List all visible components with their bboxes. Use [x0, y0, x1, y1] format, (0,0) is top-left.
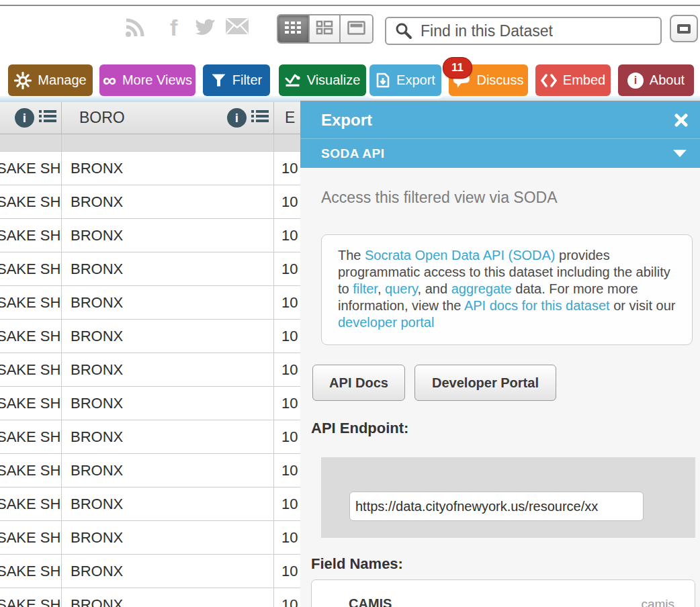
table-view-button[interactable]	[278, 15, 310, 42]
developer-portal-link[interactable]: developer portal	[338, 315, 434, 330]
column-info-icon[interactable]: i	[227, 108, 247, 128]
table-row: SAKE SH BRONX 10	[0, 588, 316, 607]
soda-subtitle: Access this filtered view via SODA	[321, 189, 558, 207]
about-button[interactable]: i About	[618, 64, 694, 96]
export-icon	[376, 73, 390, 88]
chart-icon	[285, 73, 301, 87]
view-toggle	[277, 14, 374, 44]
field-names-label: Field Names:	[311, 555, 403, 573]
column-info-icon[interactable]: i	[15, 108, 34, 128]
card-view-button[interactable]	[310, 15, 341, 42]
email-share-button[interactable]	[225, 17, 249, 35]
cell-name: SAKE SH	[0, 353, 60, 386]
cell-boro[interactable]: BRONX	[62, 185, 274, 219]
table-row: SAKE SH BRONX 10	[0, 185, 316, 219]
twitter-icon	[193, 17, 215, 36]
cell-boro[interactable]: BRONX	[62, 152, 274, 185]
facebook-share-button[interactable]: f	[170, 17, 177, 38]
export-panel-header: Export	[300, 101, 700, 138]
search-icon	[395, 22, 412, 40]
maximize-icon	[677, 24, 691, 34]
cell-name: SAKE SH	[0, 219, 60, 252]
dataset-search	[385, 17, 662, 45]
cell-name: SAKE SH	[0, 152, 60, 185]
table-row: SAKE SH BRONX 10	[0, 387, 316, 420]
top-divider	[0, 5, 700, 6]
soda-api-link[interactable]: Socrata Open Data API (SODA)	[365, 248, 555, 263]
cell-boro[interactable]: BRONX	[62, 219, 274, 252]
filter-button[interactable]: Filter	[203, 64, 270, 96]
developer-portal-button[interactable]: Developer Portal	[414, 365, 556, 401]
close-icon[interactable]	[674, 113, 688, 127]
column-header-1[interactable]: i	[0, 102, 62, 134]
cell-name: SAKE SH	[0, 555, 60, 588]
cell-boro[interactable]: BRONX	[62, 588, 274, 607]
cell-name: SAKE SH	[0, 387, 60, 420]
cell-boro[interactable]: BRONX	[62, 320, 274, 353]
filter-link[interactable]: filter	[353, 281, 378, 296]
more-views-button[interactable]: ∞ More Views	[99, 64, 195, 96]
table-row: SAKE SH BRONX 10	[0, 353, 316, 387]
column-menu-icon[interactable]	[251, 109, 269, 128]
data-grid: i BORO i E	[0, 102, 316, 607]
page-view-icon	[347, 21, 365, 38]
table-row: SAKE SH BRONX 10	[0, 454, 316, 487]
column-header-boro[interactable]: BORO i	[62, 102, 274, 134]
export-button[interactable]: Export	[369, 64, 441, 96]
search-input[interactable]	[419, 21, 660, 41]
rss-share-button[interactable]	[125, 17, 146, 38]
field-name: CAMIS	[349, 596, 641, 607]
soda-api-section-toggle[interactable]: SODA API	[300, 138, 700, 168]
cell-name: SAKE SH	[0, 588, 60, 607]
cell-boro[interactable]: BRONX	[62, 555, 274, 588]
column-menu-icon[interactable]	[39, 109, 56, 128]
table-view-icon	[284, 21, 302, 37]
facebook-icon: f	[170, 17, 177, 38]
fullscreen-button[interactable]	[670, 15, 698, 42]
query-link[interactable]: query	[385, 281, 418, 296]
visualize-label: Visualize	[307, 73, 361, 88]
twitter-share-button[interactable]	[193, 17, 215, 36]
soda-description: The Socrata Open Data API (SODA) provide…	[321, 234, 693, 345]
embed-button[interactable]: Embed	[535, 64, 611, 96]
visualize-button[interactable]: Export Visualize	[279, 64, 366, 96]
manage-label: Manage	[38, 73, 86, 88]
table-row: SAKE SH BRONX 10	[0, 252, 316, 286]
field-list: CAMIS camis	[312, 580, 695, 607]
field-names-box: CAMIS camis	[311, 579, 695, 607]
email-icon	[225, 17, 249, 35]
api-docs-link[interactable]: API docs for this dataset	[464, 298, 610, 313]
cell-boro[interactable]: BRONX	[62, 420, 274, 454]
table-row: SAKE SH BRONX 10	[0, 286, 316, 320]
rss-icon	[125, 17, 146, 38]
table-row: SAKE SH BRONX 10	[0, 521, 316, 555]
table-row: SAKE SH BRONX 10	[0, 219, 316, 252]
api-docs-button[interactable]: API Docs	[312, 365, 405, 401]
aggregate-link[interactable]: aggregate	[451, 281, 512, 296]
cell-name: SAKE SH	[0, 420, 60, 453]
code-brackets-icon	[541, 74, 557, 87]
cell-boro[interactable]: BRONX	[62, 387, 274, 420]
table-row: SAKE SH BRONX 10	[0, 320, 316, 353]
funnel-icon	[211, 73, 226, 87]
page-view-button[interactable]	[341, 15, 372, 42]
table-body: SAKE SH BRONX 10 SAKE SH BRONX 10 SAKE S…	[0, 152, 316, 607]
grid-blank-row	[0, 134, 316, 152]
export-panel-title: Export	[321, 111, 674, 130]
api-endpoint-box	[321, 457, 695, 538]
export-panel: Export SODA API Access this filtered vie…	[300, 101, 700, 607]
cell-boro[interactable]: BRONX	[62, 252, 274, 286]
cell-boro[interactable]: BRONX	[62, 521, 274, 555]
cell-boro[interactable]: BRONX	[62, 454, 274, 487]
chevron-down-icon	[673, 150, 687, 157]
cell-boro[interactable]: BRONX	[62, 286, 274, 320]
filter-label: Filter	[232, 73, 262, 88]
api-endpoint-input[interactable]	[349, 492, 644, 521]
cell-name: SAKE SH	[0, 487, 60, 520]
cell-boro[interactable]: BRONX	[62, 353, 274, 387]
cell-boro[interactable]: BRONX	[62, 487, 274, 521]
table-row: SAKE SH BRONX 10	[0, 420, 316, 454]
dataset-page: f	[0, 0, 700, 607]
cell-name: SAKE SH	[0, 252, 60, 285]
manage-button[interactable]: Manage	[8, 64, 93, 96]
